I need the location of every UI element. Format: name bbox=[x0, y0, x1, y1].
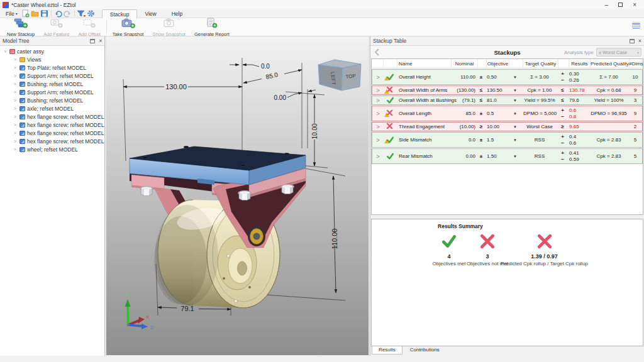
row-objective[interactable]: 1.5 bbox=[486, 137, 508, 143]
row-target-quality[interactable]: Σ = 3.00 bbox=[522, 74, 557, 80]
row-target-quality[interactable]: Worst Case bbox=[522, 124, 557, 129]
row-objective[interactable]: 81.0 bbox=[486, 97, 508, 103]
undo-button[interactable] bbox=[53, 9, 63, 18]
tree-item-root[interactable]: >caster assy bbox=[0, 47, 104, 55]
row-results-operator: +− bbox=[557, 134, 568, 146]
table-row[interactable]: >!Overall Length85.0±0.5▼DPMO = 5,000+−0… bbox=[372, 106, 643, 121]
panel-float-icon[interactable] bbox=[630, 39, 635, 43]
close-button[interactable]: × bbox=[633, 2, 636, 8]
tree-item[interactable]: >hex flange screw; refset MODEL bbox=[0, 112, 104, 121]
chevron-collapsed-icon[interactable]: > bbox=[13, 82, 18, 86]
row-objective[interactable]: 0.50 bbox=[486, 74, 508, 80]
tree-item[interactable]: >hex flange screw; refset MODEL bbox=[0, 129, 104, 137]
svg-text:!: ! bbox=[386, 114, 387, 117]
row-objective[interactable]: 1.50 bbox=[486, 153, 508, 159]
chevron-collapsed-icon[interactable]: > bbox=[13, 147, 18, 151]
row-dropdown[interactable]: ▼ bbox=[508, 89, 522, 92]
chevron-collapsed-icon[interactable]: > bbox=[13, 123, 18, 127]
row-expand[interactable]: > bbox=[372, 97, 384, 104]
tree-item[interactable]: >Bushing; refset MODEL bbox=[0, 96, 104, 104]
col-target-quality: Target Quality bbox=[523, 59, 558, 68]
chevron-collapsed-icon[interactable]: > bbox=[13, 131, 18, 135]
chevron-expanded-icon[interactable]: > bbox=[3, 49, 8, 54]
chevron-collapsed-icon[interactable]: > bbox=[13, 57, 18, 62]
add-offset-button[interactable]: Add Offset bbox=[74, 18, 104, 36]
tab-help[interactable]: Help bbox=[164, 9, 190, 18]
row-dropdown[interactable]: ▼ bbox=[508, 125, 522, 129]
row-expand[interactable]: > bbox=[372, 111, 384, 117]
row-expand[interactable]: > bbox=[372, 124, 384, 130]
panel-close-icon[interactable]: × bbox=[638, 38, 641, 44]
tree-item[interactable]: >hex flange screw; refset MODEL bbox=[0, 137, 104, 145]
chevron-collapsed-icon[interactable]: > bbox=[13, 65, 18, 70]
row-dims: 5 bbox=[628, 153, 642, 159]
chevron-collapsed-icon[interactable]: > bbox=[13, 139, 18, 143]
analysis-type-dropdown[interactable]: ± Worst Case ▾ bbox=[596, 48, 641, 57]
row-target-quality[interactable]: Cpk = 1.00 bbox=[522, 87, 557, 93]
minimize-button[interactable]: – bbox=[605, 2, 609, 8]
row-target-quality[interactable]: DPMO = 5,000 bbox=[522, 111, 557, 116]
panel-close-icon[interactable]: × bbox=[99, 38, 102, 44]
generate-report-button[interactable]: Generate Report bbox=[190, 18, 234, 36]
chevron-collapsed-icon[interactable]: > bbox=[13, 106, 18, 111]
tab-results[interactable]: Results bbox=[372, 346, 402, 354]
tab-view[interactable]: View bbox=[137, 9, 164, 18]
chevron-collapsed-icon[interactable]: > bbox=[13, 74, 18, 78]
tree-item[interactable]: >axle; refset MODEL bbox=[0, 104, 104, 112]
file-menu[interactable]: File▾ bbox=[3, 11, 21, 17]
table-row[interactable]: >Rear Mismatch0.00±1.50▼RSS+−0.410.59Cpk… bbox=[372, 148, 643, 164]
row-expand[interactable]: > bbox=[372, 74, 384, 80]
row-target-quality[interactable]: Yield = 99.5% bbox=[522, 97, 557, 103]
tab-contributions[interactable]: Contributions bbox=[404, 346, 446, 354]
row-dropdown[interactable]: ▼ bbox=[508, 75, 522, 79]
table-row[interactable]: >!Overall Height110.00±0.50▼Σ = 3.00+−0.… bbox=[372, 69, 643, 85]
tree-item[interactable]: >Top Plate; refset MODEL bbox=[0, 63, 104, 72]
ribbon-collapse-icon[interactable] bbox=[632, 22, 640, 29]
row-dropdown[interactable]: ▼ bbox=[508, 155, 522, 158]
row-predicted-quality: Cpk = 2.83 bbox=[589, 153, 628, 159]
row-name: Side Mismatch bbox=[397, 137, 450, 143]
row-dropdown[interactable]: ▼ bbox=[508, 99, 522, 102]
open-button[interactable] bbox=[30, 9, 40, 18]
tree-item[interactable]: >Bushing; refset MODEL bbox=[0, 80, 104, 88]
row-dropdown[interactable]: ▼ bbox=[508, 138, 522, 142]
new-file-button[interactable] bbox=[21, 9, 30, 18]
viewport-3d[interactable]: 130.00 0.0 85.0 0.00 10.00 110.00 79.1 bbox=[106, 36, 369, 355]
row-target-quality[interactable]: RSS bbox=[522, 153, 557, 159]
row-objective[interactable]: 10.00 bbox=[486, 124, 508, 129]
show-snapshot-button[interactable]: Show Snapshot bbox=[148, 18, 190, 36]
add-feature-button[interactable]: Add Feature bbox=[39, 18, 74, 36]
row-objective[interactable]: 0.5 bbox=[486, 111, 508, 116]
tree-item[interactable]: >Support Arm; refset MODEL bbox=[0, 72, 104, 80]
row-expand[interactable]: > bbox=[372, 87, 384, 94]
filter-button[interactable] bbox=[77, 9, 86, 18]
panel-float-icon[interactable] bbox=[90, 39, 95, 43]
tree-item[interactable]: >wheel; refset MODEL bbox=[0, 145, 104, 153]
check-icon bbox=[441, 233, 457, 252]
settings-gear-icon[interactable] bbox=[86, 9, 96, 18]
row-expand[interactable]: > bbox=[372, 153, 384, 160]
tree-item[interactable]: >hex flange screw; refset MODEL bbox=[0, 121, 104, 129]
tree-item[interactable]: >Views bbox=[0, 55, 104, 63]
row-expand[interactable]: > bbox=[372, 137, 384, 143]
restore-button[interactable] bbox=[618, 2, 623, 8]
tree-item-label: Top Plate; refset MODEL bbox=[27, 65, 86, 71]
redo-button[interactable] bbox=[63, 9, 72, 18]
result-value: 0.41 bbox=[569, 150, 588, 156]
table-row[interactable]: >Thread Engagement(10.00)≥10.00▼Worst Ca… bbox=[372, 122, 643, 131]
table-row[interactable]: >!Side Mismatch0.0±1.5▼RSS+−0.40.6Cpk = … bbox=[372, 132, 643, 148]
chevron-collapsed-icon[interactable]: > bbox=[13, 114, 18, 119]
row-target-quality[interactable]: RSS bbox=[522, 137, 557, 143]
view-cube-left-label[interactable]: LEFT bbox=[330, 72, 336, 85]
chevron-collapsed-icon[interactable]: > bbox=[13, 98, 18, 102]
take-snapshot-button[interactable]: Take Snapshot bbox=[108, 18, 148, 36]
save-button[interactable] bbox=[40, 9, 49, 18]
tab-stackup[interactable]: Stackup bbox=[102, 9, 138, 18]
table-row[interactable]: >!Overall Width of Arms(130.00)≤130.50▼C… bbox=[372, 85, 643, 95]
row-dropdown[interactable]: ▼ bbox=[508, 112, 522, 116]
new-stackup-button[interactable]: New Stackup bbox=[3, 18, 39, 36]
row-objective[interactable]: 130.50 bbox=[486, 87, 508, 93]
tree-item[interactable]: >Support Arm; refset MODEL bbox=[0, 88, 104, 96]
table-row[interactable]: >Overall Width at Bushings(79.1)≤81.0▼Yi… bbox=[372, 96, 643, 105]
chevron-collapsed-icon[interactable]: > bbox=[13, 90, 18, 94]
